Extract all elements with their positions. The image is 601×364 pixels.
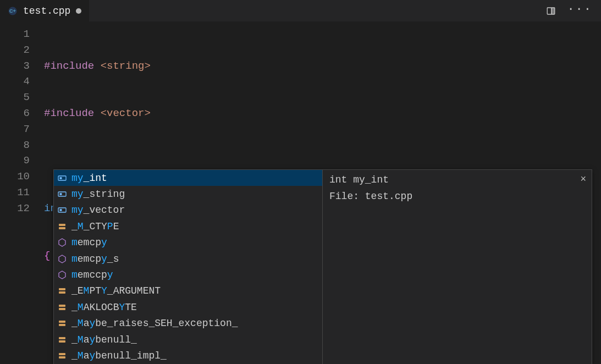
line-number: 9 <box>0 153 30 169</box>
svg-rect-19 <box>59 337 65 339</box>
tab-bar: C+ test.cpp ··· <box>0 0 601 22</box>
constant-icon <box>57 286 67 296</box>
suggest-item-label: _M_CTYPE <box>71 221 119 232</box>
suggest-item-label: _MAKLOCBYTE <box>71 302 137 313</box>
constant-icon <box>57 351 67 361</box>
constant-icon <box>57 318 67 328</box>
line-number: 2 <box>0 42 30 58</box>
line-number: 11 <box>0 185 30 201</box>
suggest-item-label: _EMPTY_ARGUMENT <box>71 285 161 296</box>
svg-rect-18 <box>59 324 65 326</box>
svg-rect-21 <box>59 353 65 355</box>
tab-filename: test.cpp <box>23 5 70 16</box>
line-number: 3 <box>0 58 30 74</box>
token: <string> <box>101 60 151 72</box>
suggest-list[interactable]: my_intmy_stringmy_vector_M_CTYPEmemcpyme… <box>53 169 323 364</box>
variable-icon <box>57 189 67 199</box>
suggest-item[interactable]: _Maybenull_impl_ <box>54 348 322 363</box>
function-icon <box>57 254 67 264</box>
line-number: 10 <box>0 169 30 185</box>
suggest-item-label: memcpy <box>71 237 107 248</box>
svg-rect-10 <box>60 209 62 212</box>
token: #include <box>44 107 94 119</box>
svg-rect-16 <box>59 308 65 310</box>
suggest-item[interactable]: _Maybenull_ <box>54 332 322 348</box>
svg-rect-17 <box>59 321 65 323</box>
svg-rect-9 <box>58 208 66 212</box>
suggest-item[interactable]: _Maybe_raises_SEH_exception_ <box>54 316 322 332</box>
svg-rect-8 <box>60 193 62 195</box>
svg-rect-6 <box>60 177 62 179</box>
suggest-item[interactable]: memcpy_s <box>54 251 322 267</box>
constant-icon <box>57 335 67 345</box>
suggest-item-label: my_string <box>71 189 125 200</box>
line-number: 7 <box>0 122 30 137</box>
line-number: 5 <box>0 90 30 106</box>
constant-icon <box>57 222 67 231</box>
svg-rect-20 <box>59 340 65 343</box>
editor-actions: ··· <box>537 4 601 18</box>
suggest-item-label: my_int <box>71 173 107 184</box>
svg-rect-12 <box>59 227 65 229</box>
suggest-signature: int my_int <box>329 174 585 185</box>
suggest-item-label: memcpy_s <box>71 253 119 264</box>
suggest-item-label: _Maybenull_ <box>71 334 137 345</box>
svg-rect-7 <box>58 192 66 196</box>
svg-rect-4 <box>552 8 555 14</box>
suggest-item[interactable]: _MAKLOCBYTE <box>54 299 322 315</box>
suggest-item[interactable]: my_vector <box>54 202 322 218</box>
suggest-widget: my_intmy_stringmy_vector_M_CTYPEmemcpyme… <box>53 169 592 364</box>
suggest-item[interactable]: my_int <box>54 170 322 186</box>
svg-rect-13 <box>59 288 65 290</box>
line-number: 1 <box>0 26 30 42</box>
suggest-details: × int my_int File: test.cpp <box>323 169 592 364</box>
function-icon <box>57 238 67 247</box>
function-icon <box>57 270 67 280</box>
line-number: 4 <box>0 74 30 90</box>
suggest-item-label: my_vector <box>71 205 125 216</box>
token: { <box>44 250 50 262</box>
more-actions-icon[interactable]: ··· <box>567 4 592 18</box>
variable-icon <box>57 205 67 215</box>
line-number: 8 <box>0 137 30 153</box>
token: #include <box>44 60 94 72</box>
suggest-item[interactable]: _M_CTYPE <box>54 218 322 234</box>
suggest-item[interactable]: _EMPTY_ARGUMENT <box>54 283 322 299</box>
svg-rect-22 <box>59 356 65 359</box>
editor-tab[interactable]: C+ test.cpp <box>0 0 89 21</box>
line-number: 12 <box>0 201 30 217</box>
close-icon[interactable]: × <box>580 173 586 185</box>
suggest-item[interactable]: memccpy <box>54 267 322 283</box>
suggest-item[interactable]: my_string <box>54 186 322 202</box>
suggest-doc: File: test.cpp <box>329 191 585 202</box>
suggest-item-label: _Maybe_raises_SEH_exception_ <box>71 318 238 329</box>
svg-rect-5 <box>58 176 66 180</box>
svg-rect-15 <box>59 305 65 307</box>
token: <vector> <box>101 107 151 119</box>
suggest-item-label: _Maybenull_impl_ <box>71 350 167 361</box>
svg-rect-14 <box>59 291 65 294</box>
split-editor-icon[interactable] <box>546 6 556 16</box>
line-number-gutter: 1 2 3 4 5 6 7 8 9 10 11 12 <box>0 26 44 364</box>
cpp-file-icon: C+ <box>8 6 18 16</box>
suggest-item-label: memccpy <box>71 269 113 280</box>
svg-text:C+: C+ <box>9 8 16 14</box>
svg-rect-11 <box>59 224 65 226</box>
dirty-indicator-icon <box>76 8 81 14</box>
suggest-item[interactable]: memcpy <box>54 235 322 251</box>
variable-icon <box>57 173 67 183</box>
line-number: 6 <box>0 106 30 122</box>
constant-icon <box>57 302 67 312</box>
